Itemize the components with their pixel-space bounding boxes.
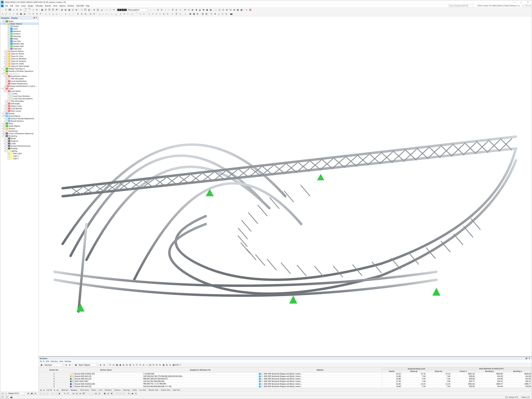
toolbar2-btn-72[interactable]: 📷 [230, 12, 233, 15]
checkbox[interactable] [6, 80, 7, 82]
menu-help[interactable]: Help [85, 5, 91, 7]
toolbar-btn-5[interactable]: 🗋 [19, 8, 22, 12]
tree-item[interactable]: Solid Sets [0, 47, 38, 50]
checkbox[interactable] [8, 30, 10, 32]
toolbar2-btn-20[interactable]: ↓ [68, 12, 71, 15]
checkbox[interactable] [6, 140, 7, 142]
status-btn-26[interactable]: ◫ [107, 392, 110, 395]
toolbar-btn-28[interactable]: ⚙ [92, 8, 96, 12]
checkbox[interactable] [6, 138, 7, 139]
toolbar-btn-65[interactable]: ▩ [240, 8, 243, 12]
tree-item[interactable]: ▸Shading [0, 147, 38, 150]
toolbar2-btn-61[interactable]: ⊞ [196, 12, 199, 15]
toolbar2-btn-15[interactable]: ⊥ [51, 12, 55, 15]
toolbar-btn-16[interactable]: 🗗 [55, 8, 58, 12]
prev-page-button[interactable]: ◄ [42, 389, 45, 391]
toolbar2-btn-68[interactable]: △ [217, 12, 221, 15]
checkbox[interactable] [3, 133, 5, 134]
toolbar-btn-29[interactable]: 🧮 [96, 8, 99, 12]
tab-member-sets[interactable]: Member Sets [147, 389, 159, 391]
status-btn-4[interactable]: ⊥ [39, 392, 42, 395]
menu-results[interactable]: Results [44, 5, 52, 7]
menu-view[interactable]: View [14, 5, 20, 7]
tree-item[interactable]: ▸Colors of Rendered Objects by [0, 132, 38, 135]
status-btn-23[interactable]: ⊖ [98, 392, 101, 395]
status-btn-25[interactable]: ▦ [103, 392, 106, 395]
toolbar2-btn-54[interactable]: ╳ [175, 12, 178, 15]
toolbar2-btn-2[interactable]: ═ [8, 12, 12, 15]
messages-icon[interactable]: 💬 [1, 396, 4, 399]
status-btn-22[interactable]: ⊕ [95, 392, 97, 395]
mdi-close-button[interactable]: ✕ [528, 5, 531, 7]
toolbar-btn-20[interactable]: ▦ [68, 8, 71, 12]
toolbar-btn-7[interactable]: 🔍+ [24, 8, 28, 12]
checkbox[interactable] [6, 50, 7, 52]
prev-combo2-button[interactable]: ◄ [99, 363, 102, 367]
toolbar-btn-62[interactable]: ⊟ [229, 8, 232, 12]
toolbar2-btn-6[interactable]: ▤ [23, 12, 26, 15]
sec-tb-15[interactable]: fx [158, 363, 162, 367]
checkbox[interactable] [8, 40, 10, 42]
tree-item[interactable]: ▸Supports [0, 140, 38, 142]
toolbar2-btn-67[interactable]: ⊗ [214, 12, 217, 15]
tree-item[interactable]: Solids [0, 38, 38, 40]
next-combo-button[interactable]: ► [68, 363, 72, 367]
toolbar-btn-39[interactable]: ← [149, 8, 152, 12]
toolbar2-btn-69[interactable]: ⬡ [221, 12, 224, 15]
tree-item[interactable]: ▾Lighting [0, 150, 38, 152]
camera-icon[interactable]: 📷 [10, 396, 13, 399]
status-btn-8[interactable]: • [51, 392, 54, 395]
tree-item[interactable]: ▸Surface Reinforcements [0, 145, 38, 147]
tree-item[interactable]: Lines [0, 27, 38, 30]
toolbar2-btn-5[interactable]: ▣ [19, 12, 22, 15]
tree-item[interactable]: ▸Model [0, 137, 38, 140]
status-btn-5[interactable]: ⊥ [42, 392, 45, 395]
tree-item[interactable]: Light 2 [0, 157, 38, 160]
table-row[interactable]: 2Round HSS 6x0.125220,233,618,740,779,78… [39, 375, 532, 378]
toolbar-btn-19[interactable]: ▥ [64, 8, 67, 12]
toolbar-btn-44[interactable]: ↔ [167, 8, 171, 12]
tree-item[interactable]: ▸Imperfection Values [0, 75, 38, 77]
tree-item[interactable]: Title Information [0, 100, 38, 102]
checkbox[interactable] [8, 35, 10, 37]
checkbox[interactable] [6, 53, 7, 55]
tree-item[interactable]: ▸Results [0, 112, 38, 115]
tree-item[interactable]: ▸Types for Nodes [0, 52, 38, 55]
tree-item[interactable]: ▸Mesh [0, 122, 38, 125]
toolbar-btn-0[interactable]: 📄 [1, 8, 4, 12]
toolbar2-btn-9[interactable]: ✕ [32, 12, 35, 15]
menu-file[interactable]: File [4, 5, 9, 7]
checkbox[interactable] [8, 28, 10, 30]
tree-item[interactable]: ▾Imperfections [0, 72, 38, 75]
tab-line-sets[interactable]: Line Sets [138, 389, 147, 391]
sec-tb-20[interactable]: 0.00 [175, 363, 178, 367]
menu-options[interactable]: Options [58, 5, 66, 7]
tree-item[interactable]: ▸Numbering [0, 130, 38, 132]
next-page-button[interactable]: ► [53, 389, 56, 391]
toolbar-btn-67[interactable]: 🔺 [245, 8, 248, 12]
tree-item[interactable]: ▸General [0, 127, 38, 130]
toolbar-btn-47[interactable]: ↗ [178, 8, 182, 12]
menu-assign[interactable]: Assign [27, 5, 34, 7]
checkbox[interactable] [3, 115, 5, 117]
checkbox[interactable] [3, 125, 5, 127]
toolbar2-btn-63[interactable]: ▥ [201, 12, 204, 15]
status-btn-6[interactable]: ⊥ [46, 392, 49, 395]
toolbar2-btn-21[interactable]: ↓ [71, 12, 75, 15]
checkbox[interactable] [6, 105, 7, 107]
tree-item[interactable]: Units [0, 92, 38, 95]
toolbar2-btn-11[interactable]: ✕ [39, 12, 42, 15]
toolbar-btn-8[interactable]: 🔍− [28, 8, 31, 12]
toolbar2-btn-35[interactable]: ⟂ [114, 12, 117, 15]
toolbar-btn-64[interactable]: ▦ [236, 8, 240, 12]
sections-menu-settings[interactable]: Settings [64, 360, 71, 362]
checkbox[interactable] [3, 68, 5, 70]
status-btn-15[interactable]: xy [72, 392, 75, 395]
toolbar2-btn-66[interactable]: ⊙ [210, 12, 213, 15]
tree-item[interactable]: Member Sets [0, 42, 38, 45]
toolbar2-btn-57[interactable]: ⊥ [183, 12, 187, 15]
tree-item[interactable]: ▸Guide Objects [0, 125, 38, 127]
tree-item[interactable]: ▾Load Values [0, 90, 38, 92]
sec-tb-7[interactable]: ✕ [132, 363, 135, 367]
toolbar-btn-26[interactable]: ▤ [87, 8, 91, 12]
